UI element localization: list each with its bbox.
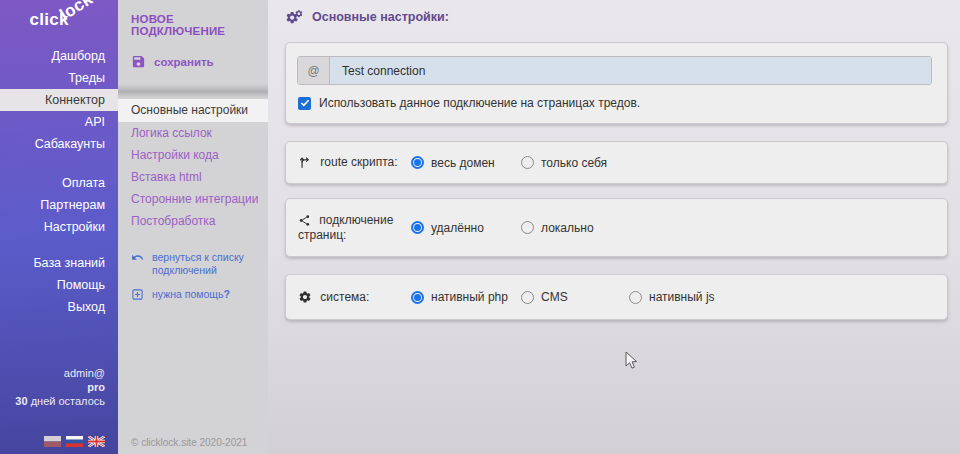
radio-remote-label: удалённо	[431, 221, 484, 235]
sidebar-item-settings[interactable]: Настройки	[0, 216, 118, 238]
undo-arrow-icon	[131, 251, 144, 264]
radio-cms-label: CMS	[541, 290, 568, 304]
radio-only-self-label: только себя	[541, 156, 607, 170]
radio-off-icon	[521, 291, 534, 304]
main-content: Основные настройки: @ Test connection Ис…	[268, 0, 960, 454]
gear-icon	[298, 290, 312, 304]
radio-off-icon	[629, 291, 642, 304]
radio-on-icon	[411, 156, 424, 169]
radio-off-icon	[521, 221, 534, 234]
sidebar-item-knowledge-base[interactable]: База знаний	[0, 252, 118, 274]
save-button[interactable]: сохранить	[131, 54, 268, 69]
sidebar-item-payment[interactable]: Оплата	[0, 172, 118, 194]
page-title: Основные настройки:	[312, 10, 449, 24]
radio-on-icon	[411, 291, 424, 304]
back-to-list-label: вернуться к списку подключений	[152, 251, 262, 277]
radio-dot	[414, 224, 421, 231]
radio-local-label: локально	[541, 221, 594, 235]
sidebar: clicklock Дашборд Треды Коннектор API Са…	[0, 0, 118, 454]
back-to-list-link[interactable]: вернуться к списку подключений	[131, 251, 262, 277]
route-card: route скрипта: весь домен только себя	[285, 141, 948, 184]
radio-on-icon	[411, 221, 424, 234]
sidebar-item-partners[interactable]: Партнерам	[0, 194, 118, 216]
connection-panel: НОВОЕ ПОДКЛЮЧЕНИЕ сохранить Основные нас…	[118, 0, 268, 454]
help-question-mark: ?	[223, 288, 229, 300]
use-on-threads-checkbox-row[interactable]: Использовать данное подключение на стран…	[298, 96, 640, 110]
route-fork-icon	[298, 155, 312, 169]
menu-item-html-insert[interactable]: Вставка html	[118, 166, 268, 188]
panel-divider	[118, 84, 268, 98]
pages-connection-label-text: подключение страниц:	[298, 213, 393, 242]
copyright-text: © clicklock.site 2020-2021	[131, 437, 247, 448]
sidebar-item-dashboard[interactable]: Дашборд	[0, 45, 118, 67]
sidebar-item-connector[interactable]: Коннектор	[0, 89, 118, 111]
radio-off-icon	[521, 156, 534, 169]
account-email: admin@	[15, 366, 105, 380]
radio-native-php-label: нативный php	[431, 290, 508, 304]
radio-remote[interactable]: удалённо	[411, 221, 521, 235]
at-sign-icon: @	[298, 57, 330, 84]
account-plan: pro	[87, 381, 105, 393]
route-label-text: route скрипта:	[320, 155, 397, 169]
brand-logo: clicklock	[29, 10, 104, 30]
sidebar-item-logout[interactable]: Выход	[0, 296, 118, 318]
menu-item-code-settings[interactable]: Настройки кода	[118, 144, 268, 166]
mouse-cursor	[625, 351, 638, 370]
days-number: 30	[15, 395, 27, 407]
system-label: система:	[298, 290, 411, 305]
sidebar-item-threads[interactable]: Треды	[0, 67, 118, 89]
flag-russia-icon[interactable]	[66, 436, 83, 447]
add-box-icon	[131, 288, 144, 301]
radio-native-js-label: нативный js	[649, 290, 715, 304]
radio-native-php[interactable]: нативный php	[411, 290, 521, 304]
system-card: система: нативный php CMS нативный js	[285, 274, 948, 320]
sidebar-item-api[interactable]: API	[0, 111, 118, 133]
route-label: route скрипта:	[298, 155, 411, 170]
flag-faded-icon[interactable]	[44, 436, 61, 447]
checkbox-checked-icon[interactable]	[298, 97, 311, 110]
pages-connection-label: подключение страниц:	[298, 213, 411, 243]
account-info: admin@ pro 30 дней осталось	[15, 366, 105, 408]
sidebar-item-help[interactable]: Помощь	[0, 274, 118, 296]
system-label-text: система:	[320, 290, 369, 304]
pages-connection-card: подключение страниц: удалённо локально	[285, 198, 948, 257]
language-switcher	[44, 436, 105, 447]
need-help-link[interactable]: нужна помощь?	[131, 288, 262, 301]
checkbox-label: Использовать данное подключение на стран…	[319, 96, 640, 110]
cogs-icon	[285, 9, 304, 25]
page-title-row: Основные настройки:	[285, 9, 449, 25]
panel-links: вернуться к списку подключений нужна пом…	[131, 251, 262, 312]
connection-name-input[interactable]: Test connection	[330, 57, 931, 84]
radio-only-self[interactable]: только себя	[521, 156, 607, 170]
panel-title: НОВОЕ ПОДКЛЮЧЕНИЕ	[118, 0, 268, 37]
check-icon	[300, 99, 310, 107]
menu-item-postprocessing[interactable]: Постобработка	[118, 210, 268, 232]
app-window: clicklock Дашборд Треды Коннектор API Са…	[0, 0, 960, 454]
system-row: система: нативный php CMS нативный js	[286, 275, 947, 319]
menu-item-basic-settings[interactable]: Основные настройки	[118, 99, 268, 122]
radio-dot	[414, 294, 421, 301]
flag-uk-icon[interactable]	[88, 436, 105, 447]
pages-connection-row: подключение страниц: удалённо локально	[286, 199, 947, 256]
account-days-left: 30 дней осталось	[15, 394, 105, 408]
floppy-disk-icon	[131, 54, 146, 69]
days-text: дней осталось	[28, 395, 105, 407]
radio-cms[interactable]: CMS	[521, 290, 629, 304]
menu-item-integrations[interactable]: Сторонние интеграции	[118, 188, 268, 210]
radio-dot	[414, 159, 421, 166]
connection-name-card: @ Test connection Использовать данное по…	[285, 42, 948, 124]
panel-menu: Основные настройки Логика ссылок Настрой…	[118, 99, 268, 232]
menu-item-link-logic[interactable]: Логика ссылок	[118, 122, 268, 144]
help-text: нужна помощь	[152, 288, 223, 300]
sidebar-nav: Дашборд Треды Коннектор API Сабакаунты О…	[0, 45, 118, 318]
connection-name-input-group: @ Test connection	[297, 56, 932, 85]
save-label: сохранить	[154, 56, 214, 68]
radio-whole-domain-label: весь домен	[431, 156, 495, 170]
route-row: route скрипта: весь домен только себя	[286, 142, 947, 183]
radio-native-js[interactable]: нативный js	[629, 290, 715, 304]
sidebar-item-subaccounts[interactable]: Сабакаунты	[0, 133, 118, 155]
share-icon	[298, 214, 311, 227]
radio-whole-domain[interactable]: весь домен	[411, 156, 521, 170]
need-help-label: нужна помощь?	[152, 288, 230, 301]
radio-local[interactable]: локально	[521, 221, 594, 235]
